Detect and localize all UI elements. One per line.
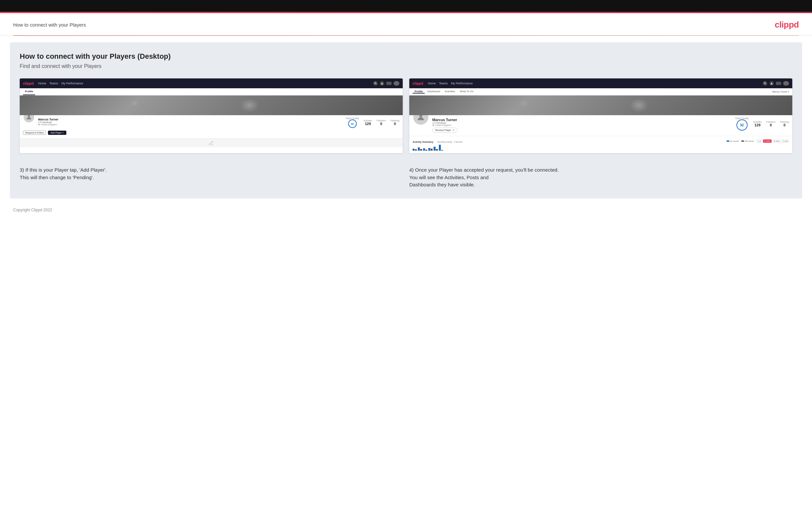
quality-score-2: 92	[737, 119, 748, 130]
activity-summary-header: Activity Summary Monthly Activity · 6 Mo…	[413, 138, 789, 144]
chart-bar-group-1	[413, 149, 417, 151]
nav-myperformance-2[interactable]: My Performance	[451, 82, 473, 85]
remove-x-icon: ✕	[452, 129, 455, 131]
stat-activities-1: Activities 129	[364, 119, 372, 126]
caption-4-text: 4) Once your Player has accepted your re…	[409, 166, 792, 189]
svg-line-1	[376, 84, 376, 84]
nav-home-1[interactable]: Home	[38, 82, 46, 85]
search-icon-2[interactable]	[763, 81, 767, 86]
stat-following-2: Following 0	[780, 121, 789, 127]
profile-buttons-1: Request to Follow Add Player +	[23, 130, 399, 135]
remove-player-button[interactable]: Remove Player ✕	[432, 128, 458, 132]
bar-oncourse-5	[434, 147, 436, 151]
svg-point-4	[39, 124, 39, 125]
player-handicap-1: 1-5 Handicap	[38, 121, 58, 123]
player-location-2: United Kingdom	[432, 124, 458, 126]
add-player-button[interactable]: Add Player +	[48, 130, 66, 135]
profile-info-1: Marcus Turner 1-5 Handicap United Kingdo…	[20, 115, 403, 138]
profile-info-2: Marcus Turner 1-5 Handicap United Kingdo…	[409, 115, 792, 136]
app-nav-icons-2	[763, 81, 789, 86]
activity-controls: On course Off course 1 yr 6 mths 3 mths	[726, 139, 789, 143]
nav-teams-2[interactable]: Teams	[439, 82, 448, 85]
legend-offcourse: Off course	[742, 140, 754, 142]
app-logo-1: clippd	[23, 81, 34, 85]
tab-what-to-on-2[interactable]: What To On	[458, 90, 476, 94]
svg-line-6	[765, 84, 766, 84]
nav-home-2[interactable]: Home	[428, 82, 436, 85]
stat-followers-1: Followers 0	[377, 119, 386, 126]
bar-offcourse-1	[415, 149, 417, 151]
player-handicap-2: 1-5 Handicap	[432, 122, 458, 124]
time-buttons: 1 yr 6 mths 3 mths 1 mth	[757, 139, 789, 143]
profile-top-row-2: Marcus Turner 1-5 Handicap United Kingdo…	[413, 117, 789, 132]
page-title: How to connect with your Players	[13, 22, 86, 27]
settings-icon-1[interactable]	[386, 82, 392, 85]
tab-profile-1[interactable]: Profile	[23, 88, 35, 95]
svg-point-5	[764, 82, 766, 84]
header-divider	[13, 36, 799, 36]
stat-quality-2: Player Quality 92	[735, 117, 749, 130]
chart-bar-group-5	[434, 147, 438, 151]
caption-4: 4) Once your Player has accepted your re…	[409, 161, 792, 189]
app-navbar-2: clippd Home Teams My Performance	[409, 78, 792, 88]
page-footer: Copyright Clippd 2022	[0, 205, 812, 218]
bar-offcourse-3	[425, 150, 427, 151]
app-logo-2: clippd	[413, 81, 423, 85]
nav-teams-1[interactable]: Teams	[49, 82, 58, 85]
time-6mths[interactable]: 6 mths	[763, 139, 772, 143]
screenshot-2: clippd Home Teams My Performance	[409, 78, 792, 153]
profile-top-row-1: Marcus Turner 1-5 Handicap United Kingdo…	[23, 117, 399, 128]
search-icon-1[interactable]	[373, 81, 378, 86]
activity-legend: On course Off course	[726, 140, 754, 142]
caption-3-text: 3) If this is your Player tap, 'Add Play…	[20, 166, 403, 181]
profile-stats-2: Player Quality 92 Activities 129 Followe…	[735, 117, 789, 130]
edit-icon-area-1	[20, 138, 403, 147]
bar-offcourse-2	[420, 149, 422, 151]
nav-myperformance-1[interactable]: My Performance	[61, 82, 83, 85]
bar-offcourse-4	[430, 149, 433, 151]
main-heading: How to connect with your Players (Deskto…	[20, 52, 792, 61]
banner-image-1	[20, 96, 403, 115]
tab-dashboard-2[interactable]: Dashboard	[425, 90, 442, 94]
activity-summary: Activity Summary Monthly Activity · 6 Mo…	[409, 136, 792, 153]
bar-offcourse-6	[441, 150, 443, 151]
banner-image-2	[409, 96, 792, 115]
time-1yr[interactable]: 1 yr	[757, 139, 762, 143]
avatar-icon-2[interactable]	[783, 81, 789, 86]
request-follow-button[interactable]: Request to Follow	[23, 130, 46, 135]
app-tabbar-1: Profile	[20, 88, 403, 96]
time-1mth[interactable]: 1 mth	[781, 139, 789, 143]
app-navbar-1: clippd Home Teams My Performance	[20, 78, 403, 88]
stat-followers-2: Followers 0	[766, 121, 775, 127]
oncourse-dot	[726, 140, 729, 142]
settings-icon-2[interactable]	[776, 82, 781, 85]
profile-name-area-2: Marcus Turner 1-5 Handicap United Kingdo…	[432, 117, 789, 132]
avatar-icon-1[interactable]	[394, 81, 399, 86]
chart-bar-group-3	[423, 148, 427, 151]
tab-activities-2[interactable]: Activities	[443, 90, 457, 94]
bar-oncourse-2	[418, 147, 420, 151]
stat-activities-2: Activities 129	[753, 121, 762, 127]
stat-quality-1: Player Quality 92	[346, 117, 359, 128]
svg-point-3	[28, 115, 30, 117]
offcourse-dot	[742, 140, 744, 142]
activity-chart	[413, 144, 789, 151]
chart-bar-group-6	[439, 145, 443, 151]
brand-logo: clippd	[774, 20, 799, 30]
main-subheading: Find and connect with your Players	[20, 63, 792, 69]
profile-stats-1: Player Quality 92 Activities 129 Followe…	[346, 117, 399, 128]
player-name-1: Marcus Turner	[38, 118, 58, 121]
bar-offcourse-5	[436, 149, 438, 151]
screenshots-row: clippd Home Teams My Performance	[20, 78, 792, 153]
activity-labels: Activity Summary Monthly Activity · 6 Mo…	[413, 138, 463, 144]
svg-point-9	[433, 125, 434, 125]
bar-oncourse-1	[413, 149, 414, 151]
time-3mths[interactable]: 3 mths	[772, 139, 781, 143]
app-tabbar-2: Profile Dashboard Activities What To On …	[409, 88, 792, 96]
player-name-2: Marcus Turner	[432, 118, 458, 122]
user-dropdown-2[interactable]: Marcus Turner ▾	[772, 91, 789, 93]
user-icon-1[interactable]	[380, 81, 384, 86]
user-icon-2[interactable]	[769, 81, 774, 86]
bar-oncourse-4	[428, 148, 430, 151]
tab-profile-2[interactable]: Profile	[413, 90, 425, 94]
